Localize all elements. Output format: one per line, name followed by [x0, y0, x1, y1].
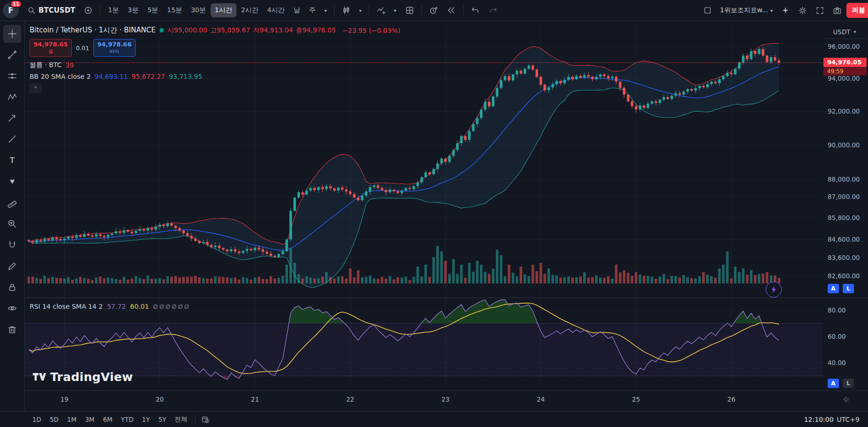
- range-button-1D[interactable]: 1D: [28, 414, 46, 425]
- toolbar-separator: [463, 4, 464, 16]
- range-button-전체[interactable]: 전체: [170, 414, 191, 425]
- timeframe-button-3분[interactable]: 3분: [123, 3, 143, 17]
- timeframe-button-30분[interactable]: 30분: [187, 3, 210, 17]
- undo-button[interactable]: [467, 3, 484, 18]
- publish-button[interactable]: 퍼블: [846, 3, 868, 18]
- redo-button[interactable]: [485, 3, 502, 18]
- timeframe-button-5분[interactable]: 5분: [143, 3, 162, 17]
- price-axis-label: 87,000.00: [828, 192, 860, 201]
- edit-tool-button[interactable]: [3, 257, 21, 275]
- timeframe-button-15분[interactable]: 15분: [163, 3, 186, 17]
- timeframe-button-주[interactable]: 주: [305, 3, 320, 17]
- gear-icon: [842, 396, 850, 404]
- toolbar-separator: [369, 4, 369, 16]
- timeframe-button-날[interactable]: 날: [289, 3, 305, 17]
- pattern-tool-button[interactable]: [3, 88, 21, 106]
- layout-name-dropdown[interactable]: 1위보조지표w... ▾: [716, 3, 777, 18]
- quick-magic-button[interactable]: [777, 3, 793, 18]
- bb-legend-row[interactable]: BB 20 SMA close 2 94,693.1195,672.2793,7…: [30, 73, 206, 80]
- buy-button[interactable]: 94,978.66 바이: [93, 39, 136, 57]
- brush-tool-button[interactable]: [3, 130, 21, 148]
- bb-value: 94,693.11: [94, 73, 128, 80]
- range-button-5Y[interactable]: 5Y: [154, 414, 170, 425]
- alert-button[interactable]: [425, 3, 442, 18]
- crosshair-tool-button[interactable]: [3, 25, 21, 43]
- price-axis-label: 96,000.00: [828, 42, 860, 51]
- text-tool-button[interactable]: T: [3, 152, 21, 169]
- currency-selector[interactable]: USDT ▾: [823, 25, 866, 39]
- quick-trade-button[interactable]: [766, 282, 782, 297]
- price-axis-label: 94,000.00: [828, 74, 860, 83]
- snapshot-button[interactable]: [829, 3, 845, 18]
- market-status-dot[interactable]: [160, 28, 164, 32]
- pane-divider[interactable]: [25, 297, 868, 298]
- ohlc-item: 시95,000.00: [168, 26, 207, 34]
- watermark-text: TradingView: [50, 370, 133, 384]
- magnet-tool-button[interactable]: [3, 236, 21, 254]
- measure-tool-button[interactable]: [3, 194, 21, 212]
- sell-button[interactable]: 94,978.65 셀: [30, 39, 72, 57]
- timeframe-button-4시간[interactable]: 4시간: [263, 3, 289, 17]
- rsi-ma-value: 60.01: [130, 303, 149, 310]
- auto-scale-toggle[interactable]: A: [828, 379, 839, 388]
- range-button-6M[interactable]: 6M: [99, 414, 116, 425]
- compare-add-button[interactable]: [80, 3, 97, 18]
- range-button-5D[interactable]: 5D: [46, 414, 63, 425]
- range-button-1Y[interactable]: 1Y: [138, 414, 154, 425]
- legend-symbol[interactable]: Bitcoin / TetherUS · 1시간 · BINANCE: [30, 26, 156, 35]
- lock-drawings-button[interactable]: [3, 278, 21, 296]
- chevron-down-icon: ▾: [394, 8, 396, 13]
- forecast-tool-button[interactable]: [3, 109, 21, 127]
- legend-collapse-button[interactable]: ^: [30, 84, 42, 93]
- remove-drawings-button[interactable]: [3, 320, 21, 338]
- chart-style-dropdown[interactable]: ▾: [356, 3, 365, 18]
- zoom-in-tool-button[interactable]: [3, 215, 21, 233]
- rsi-empty-value: Ø: [153, 303, 158, 310]
- indicators-dropdown[interactable]: ▾: [390, 3, 400, 18]
- range-button-YTD[interactable]: YTD: [117, 414, 138, 425]
- timeframe-dropdown[interactable]: ▾: [321, 3, 331, 18]
- clock[interactable]: 12:10:00 UTC+9: [804, 416, 860, 423]
- trend-line-tool-button[interactable]: [3, 46, 21, 64]
- timeframe-button-2시간[interactable]: 2시간: [237, 3, 263, 17]
- fullscreen-button[interactable]: [812, 3, 828, 18]
- volume-legend-row[interactable]: 볼륨 · BTC 39: [30, 61, 74, 69]
- time-axis[interactable]: 1920212223242526: [25, 390, 868, 411]
- legend-change: −23.95 (−0.03%): [343, 27, 400, 34]
- log-scale-toggle[interactable]: L: [843, 284, 854, 293]
- search-icon: [27, 6, 36, 15]
- emoji-tool-button[interactable]: ♥: [3, 173, 21, 191]
- clock-timezone: UTC+9: [837, 416, 860, 423]
- time-axis-settings-button[interactable]: [842, 396, 850, 405]
- toolbar-separator: [334, 4, 335, 16]
- go-to-date-button[interactable]: [199, 413, 212, 426]
- log-scale-toggle[interactable]: L: [843, 379, 854, 388]
- price-axis-label: 88,000.00: [828, 175, 860, 183]
- ohlc-item: 고95,059.67: [210, 26, 250, 34]
- user-avatar[interactable]: F 11: [3, 2, 19, 18]
- toolbar-right-group: 1위보조지표w... ▾ 퍼블: [700, 3, 864, 18]
- settings-button[interactable]: [794, 3, 811, 18]
- range-button-1M[interactable]: 1M: [63, 414, 81, 425]
- layout-grid-button[interactable]: [401, 3, 418, 18]
- current-symbol: BTCUSDT: [38, 6, 75, 15]
- layout-select-button[interactable]: [700, 3, 716, 18]
- hide-drawings-button[interactable]: [3, 299, 21, 317]
- bar-countdown: 49:59: [823, 68, 867, 76]
- chart-style-button[interactable]: [338, 3, 355, 18]
- gann-fib-tool-button[interactable]: [3, 67, 21, 85]
- chevron-up-icon: ^: [34, 85, 37, 91]
- bar-replay-button[interactable]: [443, 3, 460, 18]
- symbol-search-button[interactable]: BTCUSDT: [23, 3, 79, 18]
- crosshair-icon: [7, 29, 17, 39]
- indicators-button[interactable]: [373, 3, 389, 18]
- range-button-3M[interactable]: 3M: [81, 414, 99, 425]
- sell-label: 셀: [48, 48, 53, 55]
- rsi-legend-label[interactable]: RSI 14 close SMA 14 2: [30, 303, 103, 310]
- timeframe-button-1시간[interactable]: 1시간: [211, 3, 236, 17]
- timeframe-button-1분[interactable]: 1분: [104, 3, 123, 17]
- time-axis-label: 25: [630, 396, 642, 403]
- price-axis[interactable]: USDT ▾ 94,976.05 49:59 A L A L 96,000.00…: [823, 21, 868, 390]
- auto-scale-toggle[interactable]: A: [828, 284, 839, 293]
- tradingview-app: F 11 BTCUSDT 1분3분5분15분30분1시간2시간4시간날주 ▾ ▾…: [0, 0, 868, 427]
